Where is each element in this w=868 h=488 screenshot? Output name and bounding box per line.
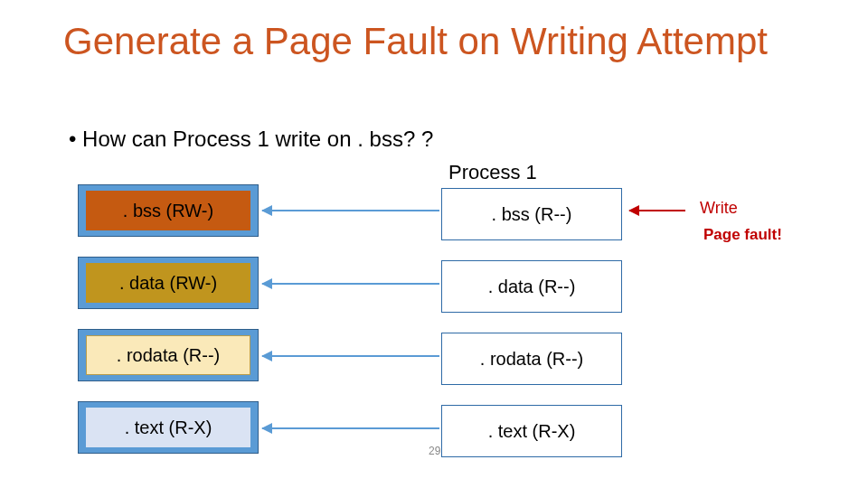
bullet-text: • How can Process 1 write on . bss? ? bbox=[69, 127, 433, 152]
left-column: . bss (RW-) . data (RW-) . rodata (R--) … bbox=[78, 184, 259, 474]
seg-text-proc1: . text (R-X) bbox=[441, 405, 622, 457]
seg-label: . data (R--) bbox=[449, 267, 614, 306]
process-label: Process 1 bbox=[448, 161, 537, 184]
seg-data-source: . data (RW-) bbox=[78, 257, 259, 309]
write-label: Write bbox=[700, 199, 738, 218]
seg-label: . data (RW-) bbox=[86, 263, 250, 303]
arrow-data bbox=[262, 283, 439, 285]
write-arrow bbox=[629, 210, 685, 211]
seg-rodata-proc1: . rodata (R--) bbox=[441, 333, 622, 385]
page-fault-label: Page fault! bbox=[703, 226, 782, 244]
seg-label: . rodata (R--) bbox=[449, 339, 614, 379]
seg-label: . text (R-X) bbox=[86, 408, 250, 447]
seg-data-proc1: . data (R--) bbox=[441, 260, 622, 313]
arrow-rodata bbox=[262, 355, 439, 357]
page-number: 29 bbox=[429, 445, 440, 457]
arrow-text bbox=[262, 427, 439, 429]
seg-label: . bss (R--) bbox=[449, 194, 614, 234]
seg-bss-source: . bss (RW-) bbox=[78, 184, 259, 237]
seg-text-source: . text (R-X) bbox=[78, 401, 259, 454]
right-column: . bss (R--) . data (R--) . rodata (R--) … bbox=[441, 188, 622, 477]
arrow-bss bbox=[262, 210, 439, 211]
slide-title: Generate a Page Fault on Writing Attempt bbox=[63, 20, 768, 62]
seg-rodata-source: . rodata (R--) bbox=[78, 329, 259, 381]
seg-bss-proc1: . bss (R--) bbox=[441, 188, 622, 240]
seg-label: . bss (RW-) bbox=[86, 191, 250, 230]
seg-label: . text (R-X) bbox=[449, 411, 614, 451]
seg-label: . rodata (R--) bbox=[86, 335, 250, 375]
